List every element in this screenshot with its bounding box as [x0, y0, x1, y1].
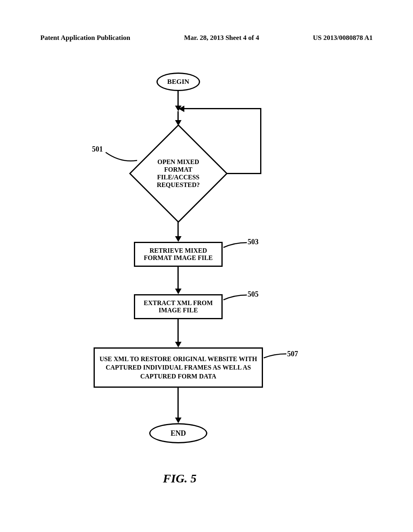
- end-terminal: END: [149, 423, 207, 443]
- step-507-text: USE XML TO RESTORE ORIGINAL WEBSITE WITH…: [99, 355, 258, 381]
- step-503-box: RETRIEVE MIXED FORMAT IMAGE FILE: [134, 242, 223, 267]
- arrow-junction-to-decision: [177, 111, 179, 121]
- arrowhead-end: [175, 418, 181, 423]
- arrowhead-503: [175, 236, 181, 242]
- loop-right-horiz: [227, 173, 261, 174]
- arrow-503-to-505: [177, 267, 179, 289]
- begin-terminal: BEGIN: [156, 73, 200, 91]
- arrowhead-loop: [179, 106, 184, 112]
- step-505-text: EXTRACT XML FROM IMAGE FILE: [139, 299, 217, 314]
- decision-diamond: OPEN MIXED FORMAT FILE/ACCESS REQUESTED?: [129, 124, 227, 222]
- ref-503: 503: [248, 238, 259, 246]
- arrow-507-to-end: [177, 388, 179, 418]
- header-center: Mar. 28, 2013 Sheet 4 of 4: [184, 34, 259, 42]
- header-right: US 2013/0080878 A1: [313, 34, 373, 42]
- step-507-box: USE XML TO RESTORE ORIGINAL WEBSITE WITH…: [94, 347, 263, 388]
- arrow-505-to-507: [177, 319, 179, 343]
- header-left: Patent Application Publication: [40, 34, 130, 42]
- arrow-decision-to-503: [177, 221, 179, 237]
- lead-507-line: [263, 352, 287, 360]
- figure-caption: FIG. 5: [163, 472, 196, 485]
- loop-top-horiz: [184, 108, 261, 109]
- decision-text: OPEN MIXED FORMAT FILE/ACCESS REQUESTED?: [150, 158, 206, 189]
- ref-507: 507: [287, 350, 298, 358]
- ref-505: 505: [248, 290, 259, 299]
- lead-501-line: [105, 148, 138, 164]
- step-503-text: RETRIEVE MIXED FORMAT IMAGE FILE: [139, 247, 217, 262]
- loop-right-vert: [260, 108, 261, 174]
- arrowhead-507: [175, 342, 181, 347]
- arrow-begin-to-decision: [177, 91, 179, 106]
- ref-501: 501: [92, 145, 103, 154]
- end-label: END: [171, 429, 186, 438]
- lead-505-line: [223, 293, 248, 301]
- flowchart: BEGIN OPEN MIXED FORMAT FILE/ACCESS REQU…: [0, 73, 413, 451]
- lead-503-line: [223, 241, 248, 249]
- step-505-box: EXTRACT XML FROM IMAGE FILE: [134, 294, 223, 319]
- begin-label: BEGIN: [167, 78, 190, 86]
- page-header: Patent Application Publication Mar. 28, …: [40, 34, 373, 42]
- arrowhead-505: [175, 289, 181, 294]
